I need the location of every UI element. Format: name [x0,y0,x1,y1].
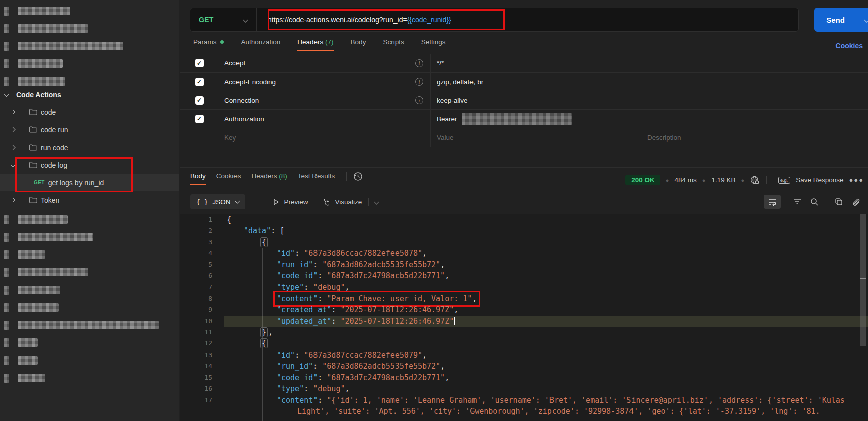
response-tab-cookies[interactable]: Cookies [216,172,241,184]
redacted-collection-label [18,24,88,33]
sidebar-item-redacted[interactable] [0,228,179,246]
checkbox-checked[interactable]: ✓ [195,59,204,67]
chevron-down-icon[interactable] [374,199,379,204]
header-key-cell[interactable]: Authorization [219,110,431,128]
collection-row-code-actions[interactable]: Code Actions [0,86,179,103]
method-selector[interactable]: GET [190,16,256,24]
folder-icon [29,144,37,151]
header-value-cell[interactable]: */* [431,54,641,72]
response-tab-body[interactable]: Body [190,172,206,185]
sidebar-item-redacted[interactable] [0,299,179,316]
json-string: "{'id': 1, 'name': 'Leanne Graham', 'use… [297,396,849,416]
format-select[interactable]: { } JSON [190,194,245,209]
sidebar-item-redacted[interactable] [0,369,179,387]
key-placeholder-cell[interactable]: Key [219,128,431,147]
copy-icon[interactable] [830,195,847,209]
header-value-cell[interactable]: gzip, deflate, br [431,73,641,91]
checkbox-checked[interactable]: ✓ [195,115,204,123]
header-value-cell[interactable]: keep-alive [431,91,641,109]
header-description-cell[interactable] [641,73,868,91]
send-button[interactable]: Send [814,8,868,32]
sidebar-item-redacted[interactable] [0,316,179,334]
chevron-right-icon [11,110,16,115]
folder-row-Token[interactable]: Token [0,191,179,209]
response-body-editor[interactable]: 1{2"data": [3{4"id": "687a3d86ccac7882ef… [180,214,868,421]
network-globe-icon[interactable] [750,175,760,185]
url-bar: GET https://code-actions.weni.ai/codelog… [190,8,868,32]
sidebar-item-redacted[interactable] [0,2,179,20]
header-description-cell[interactable] [641,54,868,72]
sidebar-item-redacted[interactable] [0,281,179,299]
header-row-connection: ✓Connectionikeep-alive [180,91,868,110]
header-key-cell[interactable]: Accept-Encodingi [219,73,431,91]
folder-icon [29,108,37,116]
status-badge[interactable]: 200 OK [625,175,660,185]
code-line-4: 4"id": "687a3d86ccac7882efee5078", [180,248,868,259]
tab-body[interactable]: Body [351,38,366,50]
visualize-button[interactable]: Visualize [322,198,362,206]
tab-authorization[interactable]: Authorization [241,38,281,50]
json-punctuation: { [227,215,231,224]
checkbox-checked[interactable]: ✓ [195,96,204,105]
save-response-button[interactable]: Save Response [796,176,843,184]
tab-settings[interactable]: Settings [421,38,446,50]
response-time[interactable]: 484 ms [674,176,696,184]
sidebar-item-redacted[interactable] [0,37,179,55]
redacted-collection-icon [4,356,9,365]
tab-headers[interactable]: Headers (7) [297,38,333,51]
request-row-get-logs-by-run_id[interactable]: GETget logs by run_id [0,174,179,191]
search-icon[interactable] [806,195,823,209]
code-line-5: 5"run_id": "687a3d862adcb5535fe55b72", [180,259,868,270]
folder-row-code[interactable]: code [0,103,179,121]
header-value-cell[interactable]: Bearer [431,110,641,128]
redacted-collection-icon [4,233,9,242]
checkbox-checked[interactable]: ✓ [195,78,204,86]
json-key: "data" [244,226,271,235]
description-placeholder-cell[interactable]: Description [641,128,868,147]
sidebar-item-redacted[interactable] [0,352,179,369]
request-url-field[interactable]: GET https://code-actions.weni.ai/codelog… [190,8,799,32]
cookies-link[interactable]: Cookies [836,42,863,50]
folder-row-code-log[interactable]: code log [0,156,179,174]
filter-icon[interactable] [788,195,806,209]
json-key: "content" [277,294,318,303]
preview-button[interactable]: Preview [272,198,308,206]
response-tabs: BodyCookiesHeaders (8)Test Results [190,172,363,189]
history-clock-icon[interactable] [353,171,363,182]
response-tab-headers[interactable]: Headers (8) [252,172,287,184]
json-key: "run_id" [277,260,313,269]
header-key-cell[interactable]: Accepti [219,54,431,72]
response-size[interactable]: 1.19 KB [711,176,735,184]
folder-row-code-run[interactable]: code run [0,121,179,138]
url-input[interactable]: https://code-actions.weni.ai/codelog?run… [256,8,451,31]
response-tab-test-results[interactable]: Test Results [298,172,335,184]
json-key: "type" [277,384,304,393]
line-content: { [227,214,855,225]
header-key-cell[interactable]: Connectioni [219,91,431,109]
link-icon[interactable] [847,195,864,209]
divider [368,198,369,206]
sidebar-item-redacted[interactable] [0,246,179,263]
sidebar-item-redacted[interactable] [0,334,179,352]
header-row-empty: KeyValueDescription [180,128,868,147]
send-label: Send [826,16,845,24]
folder-row-run-code[interactable]: run code [0,138,179,156]
tab-scripts[interactable]: Scripts [383,38,404,50]
sidebar-item-redacted[interactable] [0,263,179,281]
info-icon[interactable]: i [415,59,423,67]
wrap-text-button[interactable] [764,195,781,209]
tab-params[interactable]: Params [193,38,224,50]
sidebar-item-redacted[interactable] [0,210,179,228]
play-icon [272,198,280,206]
send-options-arrow[interactable] [857,8,868,32]
value-placeholder-cell[interactable]: Value [431,128,641,147]
info-icon[interactable]: i [415,78,423,86]
scrollbar-thumb[interactable] [860,214,866,346]
header-key: Accept [224,59,245,67]
header-description-cell[interactable] [641,91,868,109]
sidebar-item-redacted[interactable] [0,20,179,37]
info-icon[interactable]: i [415,96,423,104]
header-description-cell[interactable] [641,110,868,128]
sidebar-item-redacted[interactable] [0,55,179,73]
more-actions-icon[interactable]: ●●● [849,176,864,184]
